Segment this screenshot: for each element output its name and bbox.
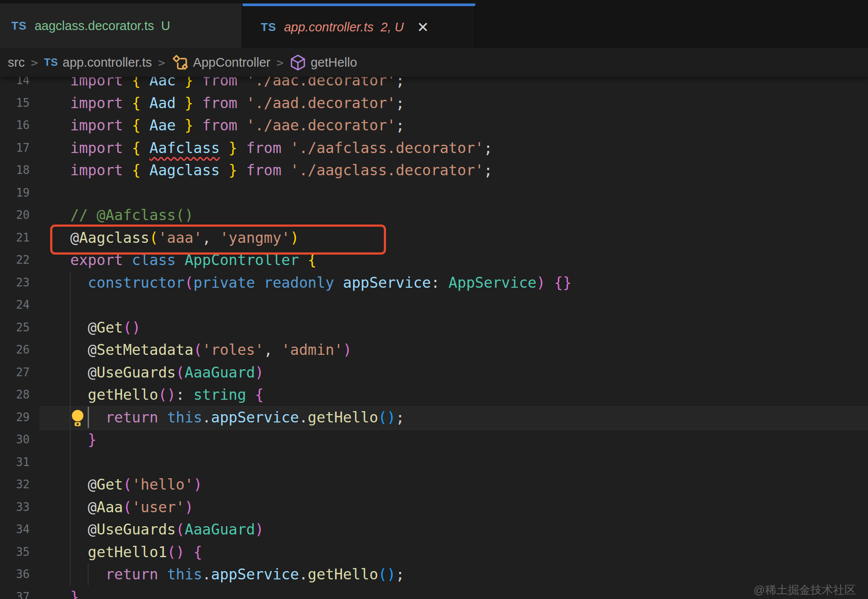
line-number-18[interactable]: 18 [0, 163, 30, 177]
line-number-15[interactable]: 15 [0, 96, 30, 109]
code-line-18[interactable]: import { Aagclass } from './aagclass.dec… [70, 159, 492, 182]
line-number-24[interactable]: 24 [0, 298, 30, 311]
line-number-28[interactable]: 28 [0, 388, 30, 401]
code-token: ) [537, 274, 545, 291]
code-token: ; [396, 95, 404, 112]
tab-aagclass-decorator[interactable]: TS aagclass.decorator.ts U [0, 3, 242, 48]
code-line-36[interactable]: return this.appService.getHello(); [70, 563, 404, 586]
typescript-file-icon: TS [44, 56, 58, 68]
code-token [140, 162, 149, 179]
line-number-29[interactable]: 29 [0, 411, 30, 424]
line-number-19[interactable]: 19 [0, 186, 30, 199]
line-number-32[interactable]: 32 [0, 478, 30, 491]
code-token: () [158, 386, 176, 403]
code-line-28[interactable]: getHello(): string { [70, 384, 264, 406]
code-token: () [123, 319, 140, 336]
code-token [237, 95, 246, 112]
breadcrumb-label: AppController [193, 55, 270, 70]
line-number-37[interactable]: 37 [0, 590, 30, 599]
code-token: Aae [150, 117, 176, 134]
line-number-35[interactable]: 35 [0, 545, 30, 558]
code-token: . [202, 409, 211, 426]
code-editor[interactable]: 14import { Aac } from './aac.decorator';… [0, 0, 868, 599]
code-token: 'yangmy' [220, 229, 290, 246]
code-token: ) [290, 229, 299, 246]
line-number-33[interactable]: 33 [0, 500, 30, 514]
breadcrumb-label: src [8, 55, 25, 70]
code-token [123, 252, 132, 269]
code-token [158, 566, 167, 583]
code-token [140, 117, 149, 134]
code-line-21[interactable]: @Aagclass('aaa', 'yangmy') [70, 227, 299, 249]
code-line-34[interactable]: @UseGuards(AaaGuard) [70, 518, 264, 541]
code-token: 'aaa' [158, 229, 202, 246]
code-line-32[interactable]: @Get('hello') [70, 473, 202, 496]
breadcrumb-item-src[interactable]: src [8, 55, 25, 70]
code-token: @ [70, 364, 97, 381]
line-number-20[interactable]: 20 [0, 208, 30, 221]
code-token [70, 431, 88, 448]
code-line-37[interactable]: } [70, 586, 79, 599]
code-token [237, 140, 246, 157]
code-line-17[interactable]: import { Aafclass } from './aafclass.dec… [70, 137, 492, 160]
code-line-33[interactable]: @Aaa('user') [70, 496, 193, 519]
line-number-26[interactable]: 26 [0, 343, 30, 356]
code-token: Aad [150, 95, 176, 112]
code-line-27[interactable]: @UseGuards(AaaGuard) [70, 361, 264, 384]
code-line-20[interactable]: // @Aafclass() [70, 204, 193, 227]
code-token: Aagclass [79, 229, 149, 246]
line-number-31[interactable]: 31 [0, 456, 30, 469]
code-token: { [308, 252, 317, 269]
code-token: ( [176, 521, 185, 538]
line-number-23[interactable]: 23 [0, 276, 30, 289]
line-number-36[interactable]: 36 [0, 568, 30, 581]
code-token: Aagclass [150, 162, 220, 179]
code-token [70, 386, 88, 403]
code-line-29[interactable]: return this.appService.getHello(); [70, 406, 404, 429]
line-number-22[interactable]: 22 [0, 253, 30, 266]
code-line-25[interactable]: @Get() [70, 317, 140, 339]
code-token [158, 409, 167, 426]
code-line-15[interactable]: import { Aad } from './aad.decorator'; [70, 92, 404, 115]
code-token: ) [193, 476, 202, 493]
code-token [237, 162, 246, 179]
code-line-30[interactable]: } [70, 429, 97, 451]
code-token: from [246, 162, 281, 179]
tab-bar: TS aagclass.decorator.ts U TS app.contro… [0, 0, 868, 48]
breadcrumb-item-file[interactable]: TS app.controller.ts [44, 55, 152, 70]
code-token: import [70, 140, 123, 157]
line-number-30[interactable]: 30 [0, 433, 30, 446]
code-token [220, 162, 229, 179]
code-token [193, 117, 202, 134]
code-token: class [132, 252, 176, 269]
code-line-35[interactable]: getHello1() { [70, 541, 202, 564]
typescript-file-icon: TS [11, 19, 27, 33]
line-number-34[interactable]: 34 [0, 523, 30, 536]
breadcrumb-item-method[interactable]: getHello [290, 54, 357, 71]
watermark: @稀土掘金技术社区 [754, 582, 856, 598]
tab-app-controller[interactable]: TS app.controller.ts 2, U ✕ [243, 3, 475, 48]
code-token: ( [176, 364, 185, 381]
code-token: AppController [185, 252, 299, 269]
code-token: './aad.decorator' [246, 95, 396, 112]
code-token: import [70, 117, 123, 134]
code-token: Get [97, 476, 123, 493]
close-icon[interactable]: ✕ [417, 20, 429, 34]
code-token: { [132, 95, 140, 112]
lightbulb-icon[interactable] [69, 408, 86, 429]
typescript-file-icon: TS [261, 20, 276, 34]
code-line-22[interactable]: export class AppController { [70, 249, 317, 272]
breadcrumb-item-class[interactable]: AppController [171, 54, 270, 71]
line-number-27[interactable]: 27 [0, 366, 30, 379]
chevron-right-icon: > [158, 56, 165, 69]
code-line-23[interactable]: constructor(private readonly appService:… [70, 272, 572, 294]
line-number-25[interactable]: 25 [0, 321, 30, 334]
code-line-26[interactable]: @SetMetadata('roles', 'admin') [70, 339, 352, 361]
code-token: appService [343, 274, 431, 291]
line-number-16[interactable]: 16 [0, 119, 30, 132]
line-number-17[interactable]: 17 [0, 141, 30, 154]
code-token: ; [484, 140, 492, 157]
code-line-16[interactable]: import { Aae } from './aae.decorator'; [70, 114, 404, 137]
line-number-21[interactable]: 21 [0, 231, 30, 244]
code-token [220, 140, 229, 157]
